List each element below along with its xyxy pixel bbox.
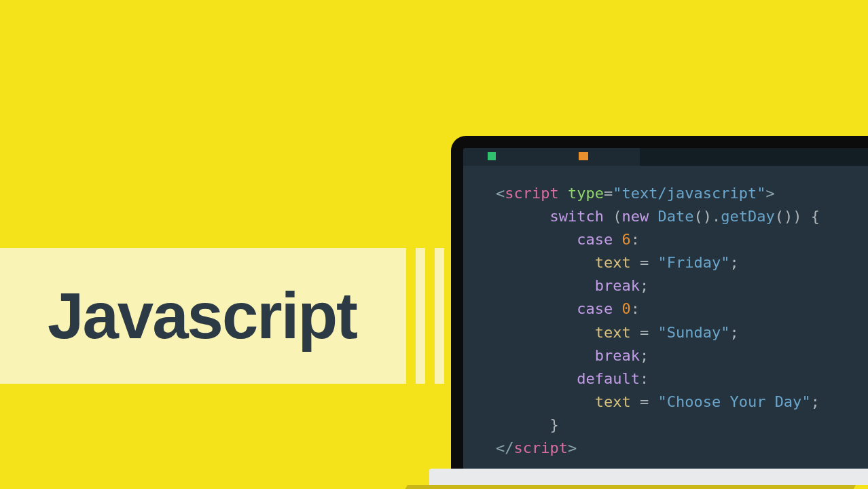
decorative-stripe xyxy=(416,248,425,384)
laptop-shadow xyxy=(399,485,856,489)
code-token: > xyxy=(765,185,774,202)
code-token: = xyxy=(640,254,649,271)
code-token: " xyxy=(657,393,666,410)
code-token: ; xyxy=(729,254,738,271)
code-token xyxy=(649,208,657,225)
code-token: script xyxy=(514,439,568,456)
code-token: 6 xyxy=(621,231,630,248)
code-token: ; xyxy=(640,277,649,294)
editor-tab-bar xyxy=(463,148,868,166)
code-token: default xyxy=(577,370,640,387)
code-token: break xyxy=(595,277,640,294)
tab-indicator-orange xyxy=(579,152,588,160)
code-token: " xyxy=(801,393,810,410)
code-token: getDay xyxy=(721,208,774,225)
decorative-stripe xyxy=(435,248,444,384)
code-token: : xyxy=(631,231,640,248)
code-token: " xyxy=(613,185,621,202)
title-band: Javascript xyxy=(0,248,406,384)
code-token: text xyxy=(595,324,631,341)
code-token: case xyxy=(577,300,613,317)
code-token xyxy=(649,254,657,271)
code-token: new xyxy=(621,208,649,225)
code-token: " xyxy=(657,324,666,341)
code-token xyxy=(631,324,640,341)
tab-indicator-green xyxy=(488,152,496,160)
code-token: " xyxy=(757,185,765,202)
code-token: </ xyxy=(496,439,514,456)
code-token xyxy=(613,300,621,317)
code-token: (). xyxy=(693,208,721,225)
code-token: " xyxy=(721,254,729,271)
code-token: break xyxy=(595,347,640,364)
code-token: 0 xyxy=(621,300,630,317)
code-token: ()) { xyxy=(775,208,820,225)
code-token: = xyxy=(604,185,613,202)
code-token: = xyxy=(640,393,649,410)
code-token: ; xyxy=(811,393,820,410)
code-token: ; xyxy=(640,347,649,364)
code-token: > xyxy=(568,439,577,456)
laptop-screen: <script type="text/javascript"> switch (… xyxy=(463,148,868,469)
code-token: } xyxy=(549,416,558,433)
code-token: script xyxy=(505,185,558,202)
code-token: : xyxy=(631,300,640,317)
code-token: text xyxy=(595,254,631,271)
code-token xyxy=(631,393,640,410)
code-token xyxy=(631,254,640,271)
code-token: " xyxy=(721,324,729,341)
laptop-illustration: <script type="text/javascript"> switch (… xyxy=(451,136,868,485)
code-token xyxy=(613,231,621,248)
code-token xyxy=(649,393,657,410)
laptop-base xyxy=(429,469,868,485)
code-token: Friday xyxy=(667,254,721,271)
code-token xyxy=(649,324,657,341)
code-token: Date xyxy=(657,208,693,225)
code-token: text/javascript xyxy=(621,185,757,202)
code-token: ; xyxy=(729,324,738,341)
code-token: text xyxy=(595,393,631,410)
code-token: " xyxy=(657,254,666,271)
code-token: = xyxy=(640,324,649,341)
code-token: Sunday xyxy=(667,324,721,341)
code-token: case xyxy=(577,231,613,248)
code-block: <script type="text/javascript"> switch (… xyxy=(463,166,868,460)
laptop-bezel: <script type="text/javascript"> switch (… xyxy=(451,136,868,469)
code-token: ( xyxy=(604,208,622,225)
code-token: < xyxy=(496,185,505,202)
code-token: type xyxy=(559,185,604,202)
code-token: Choose Your Day xyxy=(667,393,802,410)
page-title: Javascript xyxy=(48,278,357,353)
tab-block xyxy=(640,148,868,166)
code-token: : xyxy=(640,370,649,387)
code-token: switch xyxy=(549,208,603,225)
